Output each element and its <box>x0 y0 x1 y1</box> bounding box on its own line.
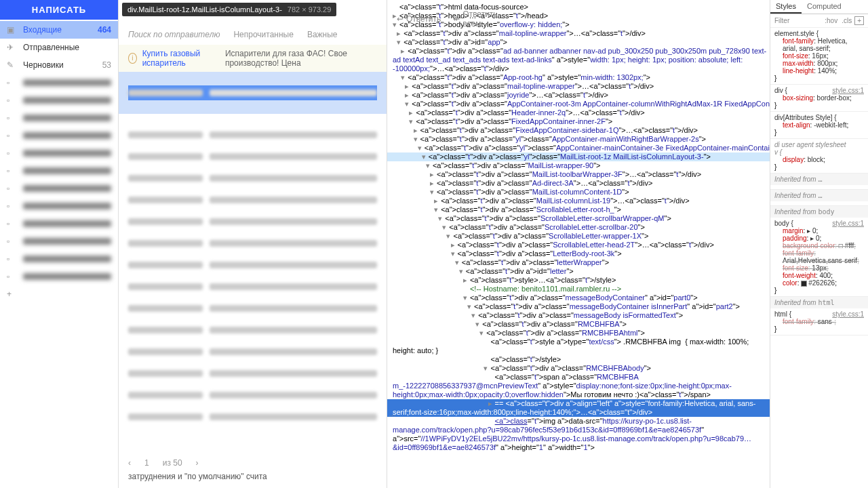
dom-node[interactable]: ▾<a">class="t">div a">class="MailList-wr… <box>387 161 770 170</box>
list-item[interactable] <box>128 236 377 251</box>
dom-node[interactable]: ▾<a">class="t">div a">class="yl">class="… <box>387 135 770 144</box>
dom-node[interactable]: ▾<a">class="t">div a">class="ScrollableL… <box>387 214 770 223</box>
css-rule[interactable]: </span><div class="sel" style="">.messag… <box>770 201 868 206</box>
dom-node[interactable]: ▸<a">class="t">div a">class="MailList-to… <box>387 170 770 179</box>
dom-node[interactable]: ▾<a">class="t">div a">class="App-root-hg… <box>387 73 770 82</box>
dom-node[interactable]: ▸<a">class="t">div a">class="ScrollableL… <box>387 241 770 249</box>
dom-node[interactable]: ▾<a">class="t">div a">class="LetterBody-… <box>387 249 770 258</box>
list-item[interactable] <box>128 279 377 294</box>
chevron-left-icon[interactable]: ‹ <box>128 458 131 468</box>
list-item[interactable] <box>128 301 377 316</box>
dom-node[interactable]: ▾<a">class="t">div a">class="FixedAppCon… <box>387 117 770 126</box>
list-item[interactable] <box>128 344 377 359</box>
dom-node[interactable]: <a">class="t">img a">data-src="https://k… <box>387 417 770 452</box>
folder-item[interactable]: ▫ <box>0 180 118 197</box>
new-rule-button[interactable]: + <box>854 16 864 25</box>
dom-node[interactable]: <!-- Hostname: benito1101.mail.rambler.r… <box>387 285 770 293</box>
dom-node[interactable]: <a">class="t">style a">type="text/css"> … <box>387 338 770 355</box>
list-item[interactable] <box>128 258 377 272</box>
expand-ellipsis[interactable]: ⋯ <box>389 412 396 421</box>
cls-toggle[interactable]: .cls <box>842 17 852 24</box>
filter-important[interactable]: Важные <box>307 30 338 39</box>
dom-node[interactable]: ▸== <a">class="t">div a">align="left" a"… <box>387 399 770 417</box>
dom-node[interactable]: ▾<a">class="t">div a">class="messageBody… <box>387 302 770 311</box>
dom-node[interactable]: ▸<a">class="t">div a">class="joyride">…<… <box>387 91 770 100</box>
css-rule[interactable]: style.css:1body {margin: ▸ 0;padding: ▸ … <box>770 218 868 297</box>
dom-node[interactable]: ▾<a">class="t">div a">id="app"> <box>387 38 770 47</box>
dom-node[interactable]: ▾<a">class="t">div a">class="yl">class="… <box>387 152 770 161</box>
dom-node[interactable]: ▾<a">class="t">div a">class="letterWrapp… <box>387 258 770 267</box>
dom-node[interactable]: ▸<a">class="t">div a">class="MailList-co… <box>387 197 770 205</box>
list-item[interactable] <box>128 127 377 142</box>
folder-item[interactable]: ✈Отправленные <box>0 39 118 56</box>
list-item[interactable] <box>128 409 377 424</box>
dom-node[interactable]: ▾<a">class="t">div a">class="yl">class="… <box>387 144 770 152</box>
list-item[interactable] <box>128 149 377 164</box>
folder-item[interactable]: ▫ <box>0 162 118 180</box>
add-folder[interactable]: + <box>0 285 118 303</box>
css-rule[interactable]: style.css:1div {box-sizing: border-box;} <box>770 85 868 112</box>
dom-node[interactable]: ▾<a">class="t">div a">class="RMCBHFBAhtm… <box>387 329 770 338</box>
folder-item[interactable]: ▫ <box>0 109 118 127</box>
css-rule[interactable]: style.css:1html {font-family: sans-;} <box>770 308 868 336</box>
dom-node[interactable]: ▸<a">class="t">style>…<a">class="t">/sty… <box>387 276 770 285</box>
reply-all-button[interactable]: ↞ Ответить всем <box>453 9 497 28</box>
dom-node[interactable]: ▾<a">class="t">div a">class="AppContaine… <box>387 100 770 108</box>
dom-node[interactable]: ▾<a">class="t">div a">class="ScrollableL… <box>387 232 770 241</box>
dom-node[interactable]: ▾<a">class="t">div a">class="ScrollableL… <box>387 223 770 232</box>
folder-item[interactable]: ▫ <box>0 144 118 162</box>
reply-button[interactable]: ↩ Ответить <box>397 9 441 28</box>
folder-item[interactable]: ▫ <box>0 215 118 232</box>
list-item[interactable] <box>128 85 377 100</box>
folder-item[interactable]: ▫ <box>0 232 118 250</box>
dom-node[interactable]: ▸<a">class="t">div a">class="mail-toplin… <box>387 82 770 91</box>
tab-computed[interactable]: Computed <box>802 0 847 14</box>
pager[interactable]: ‹ 1 из 50 › <box>128 458 377 468</box>
dom-node[interactable]: ▾<a">class="t">div a">class="messageBody… <box>387 311 770 320</box>
list-item[interactable] <box>128 171 377 186</box>
styles-filter[interactable]: Filter <box>774 17 789 24</box>
folder-item[interactable]: ▫ <box>0 250 118 268</box>
dom-node[interactable]: ▾<a">class="t">div a">class="ScrollableL… <box>387 205 770 214</box>
folder-item[interactable]: ▫ <box>0 92 118 109</box>
chevron-right-icon[interactable]: › <box>196 458 199 468</box>
list-item[interactable] <box>128 366 377 381</box>
dom-node[interactable]: ▾<a">class="t">div a">class="RMCBHFBA"> <box>387 320 770 329</box>
search-sender[interactable]: Поиск по отправителю <box>128 30 220 39</box>
dom-node[interactable]: ▸<a">class="t">div a">class="Ad-direct-3… <box>387 179 770 188</box>
css-rule[interactable]: </span><div class="sel" style="">.messag… <box>770 185 868 190</box>
folder-item[interactable]: ▣Входящие464 <box>0 21 118 39</box>
list-item[interactable] <box>128 388 377 403</box>
folder-item[interactable]: ▫ <box>0 268 118 285</box>
dom-node[interactable]: ▾<a">class="t">div a">class="messageBody… <box>387 293 770 302</box>
folder-item[interactable]: ✎Черновики53 <box>0 56 118 74</box>
css-rule[interactable]: di user agent stylesheetv {display: bloc… <box>770 139 868 174</box>
dom-node[interactable]: ▸<a">class="t">div a">class="mail-toplin… <box>387 29 770 38</box>
element-tooltip: div.MailList-root-1z.MailList-isColumnLa… <box>122 3 336 16</box>
filter-bar: Поиск по отправителю Непрочитанные Важны… <box>119 24 387 45</box>
dom-node[interactable]: <a">class="t">span a">class="RMCBHFBA m_… <box>387 373 770 399</box>
list-item[interactable] <box>128 323 377 338</box>
css-rule[interactable]: element.style {font-family: Helvetica, a… <box>770 28 868 85</box>
dom-node[interactable]: ▾<a">class="t">div a">class="MailList-co… <box>387 188 770 197</box>
folder-item[interactable]: ▫ <box>0 74 118 92</box>
folder-item[interactable]: ▫ <box>0 127 118 144</box>
inherited-header: Inherited from … <box>770 190 868 201</box>
dom-node[interactable]: ▾<a">class="t">div a">id="letter"> <box>387 267 770 276</box>
hov-toggle[interactable]: :hov <box>825 17 837 24</box>
dom-node[interactable]: ▸<a">class="t">div a">class="Header-inne… <box>387 108 770 117</box>
ad-banner[interactable]: i Купить газовый испаритель Испарители д… <box>119 45 387 72</box>
elements-panel[interactable]: ⋯ <a">class="t">html data-focus-source>▸… <box>387 0 770 488</box>
compose-button[interactable]: НАПИСАТЬ <box>0 0 118 20</box>
css-rule[interactable]: div[Attributes Style] {text-align: -webk… <box>770 112 868 139</box>
styles-panel[interactable]: Styles Computed Filter :hov .cls + eleme… <box>770 0 868 488</box>
dom-node[interactable]: ▸<a">class="t">div a">class="FixedAppCon… <box>387 126 770 135</box>
folder-item[interactable]: ▫ <box>0 197 118 215</box>
filter-unread[interactable]: Непрочитанные <box>233 30 293 39</box>
dom-node[interactable]: ▾<a">class="t">div a">class="RMCBHFBAbod… <box>387 364 770 373</box>
dom-node[interactable]: ▸<a">class="t">div a">class="ad ad-banne… <box>387 47 770 73</box>
tab-styles[interactable]: Styles <box>770 0 802 14</box>
list-item[interactable] <box>128 214 377 229</box>
list-item[interactable] <box>128 192 377 207</box>
dom-node[interactable]: <a">class="t">/style> <box>387 355 770 364</box>
